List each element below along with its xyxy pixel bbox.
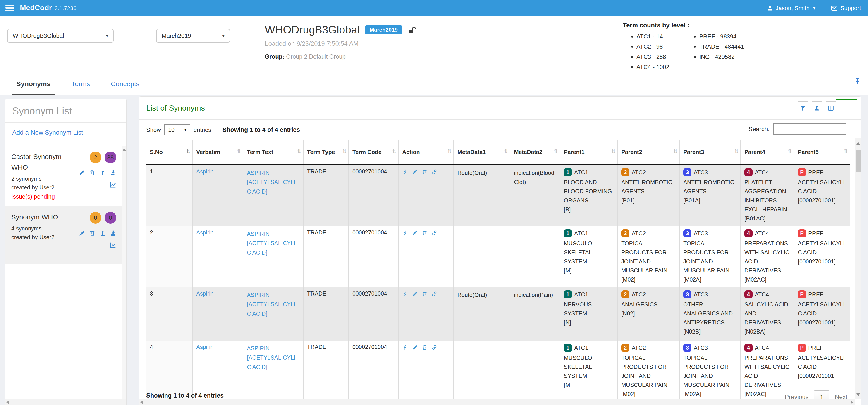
column-header-action[interactable]: Action⇅ <box>398 140 454 165</box>
edit-icon[interactable] <box>412 344 418 350</box>
cell-term-code: 00002701004 <box>348 165 398 226</box>
parent-code: [B01] <box>621 196 676 205</box>
scroll-down-arrow[interactable] <box>857 394 860 396</box>
chart-icon[interactable] <box>110 181 116 188</box>
sort-icon: ⇅ <box>611 148 615 154</box>
column-header-term-text[interactable]: Term Text⇅ <box>243 140 303 165</box>
level-label: ATC4 <box>755 169 769 176</box>
link-icon[interactable] <box>431 168 437 175</box>
scroll-left-arrow[interactable] <box>140 401 143 404</box>
column-header-parent4[interactable]: Parent4⇅ <box>741 140 794 165</box>
term-count-item: PREF - 98394 <box>699 33 744 40</box>
tab-terms[interactable]: Terms <box>67 74 95 95</box>
term-text-link[interactable]: ASPIRIN [ACETYLSALICYLIC ACID] <box>247 170 296 195</box>
link-icon[interactable] <box>431 344 437 350</box>
add-synonym-list-link[interactable]: Add a New Synonym List <box>5 123 126 142</box>
user-menu[interactable]: Jason, Smith ▾ <box>767 5 815 12</box>
cell-metadata2: indication(Pain) <box>510 287 560 341</box>
sidebar-hscrollbar[interactable] <box>5 399 126 405</box>
hamburger-menu-icon[interactable] <box>5 4 14 12</box>
download-icon[interactable] <box>110 230 116 236</box>
verbatim-link[interactable]: Aspirin <box>196 168 213 175</box>
column-header-parent1[interactable]: Parent1⇅ <box>560 140 617 165</box>
level-label: PREF <box>808 230 824 237</box>
edit-icon[interactable] <box>79 230 85 236</box>
column-header-s-no[interactable]: S.No⇅ <box>146 140 192 165</box>
link-icon[interactable] <box>431 290 437 297</box>
column-header-parent2[interactable]: Parent2⇅ <box>617 140 679 165</box>
edit-icon[interactable] <box>412 290 418 297</box>
level-label: ATC3 <box>694 345 708 351</box>
bolt-icon[interactable] <box>402 229 408 236</box>
sidebar-scrollbar[interactable] <box>122 146 126 399</box>
cell-parent-atc3: 3ATC3OTHER ANALGESICS AND ANTIPYRETICS[N… <box>679 287 741 341</box>
dictionary-dropdown-value: WHODrugB3Global <box>13 32 64 39</box>
export-button[interactable] <box>812 101 822 114</box>
delete-icon[interactable] <box>89 230 95 236</box>
synonym-list-item[interactable]: Castor Synonym WHO 2 synonyms created by… <box>5 146 126 206</box>
delete-icon[interactable] <box>89 170 95 176</box>
column-header-parent5[interactable]: Parent5⇅ <box>794 140 850 165</box>
pin-icon[interactable] <box>854 76 861 85</box>
column-header-metadata2[interactable]: MetaData2⇅ <box>510 140 560 165</box>
orange-count-badge: 2 <box>90 151 101 163</box>
page-size-select[interactable]: 10▼ <box>164 124 190 135</box>
parent-name: ACETYLSALICYLIC ACID <box>798 239 846 257</box>
column-header-verbatim[interactable]: Verbatim⇅ <box>192 140 243 165</box>
delete-icon[interactable] <box>422 344 428 350</box>
scroll-left-arrow[interactable] <box>6 401 9 404</box>
upload-icon[interactable] <box>100 230 106 236</box>
column-header-term-code[interactable]: Term Code⇅ <box>348 140 398 165</box>
filter-button[interactable] <box>798 101 808 114</box>
scroll-up-arrow[interactable] <box>123 148 126 150</box>
dictionary-dropdown[interactable]: WHODrugB3Global▼ <box>7 29 114 42</box>
cell-parent-atc1: 1ATC1NERVOUS SYSTEM[N] <box>560 287 617 341</box>
verbatim-link[interactable]: Aspirin <box>196 229 213 236</box>
parent-name: TOPICAL PRODUCTS FOR JOINT AND MUSCULAR … <box>683 239 737 275</box>
upload-icon[interactable] <box>100 170 106 176</box>
table-vscrollbar[interactable] <box>855 138 861 399</box>
download-icon[interactable] <box>110 170 116 176</box>
columns-button[interactable] <box>826 101 836 114</box>
verbatim-link[interactable]: Aspirin <box>196 344 213 350</box>
term-text-link[interactable]: ASPIRIN [ACETYLSALICYLIC ACID] <box>247 231 296 256</box>
search-input[interactable] <box>773 124 846 135</box>
version-dropdown[interactable]: March2019▼ <box>156 29 230 42</box>
dropdown-arrow-icon: ▼ <box>221 29 225 42</box>
link-icon[interactable] <box>431 229 437 236</box>
scroll-right-arrow[interactable] <box>851 401 853 404</box>
column-header-parent3[interactable]: Parent3⇅ <box>679 140 741 165</box>
edit-icon[interactable] <box>79 170 85 176</box>
level-label: ATC2 <box>632 230 646 237</box>
parent-code: [N02] <box>621 309 676 318</box>
chart-icon[interactable] <box>110 242 116 248</box>
delete-icon[interactable] <box>422 229 428 236</box>
tab-concepts[interactable]: Concepts <box>106 74 144 95</box>
delete-icon[interactable] <box>422 168 428 175</box>
edit-icon[interactable] <box>412 229 418 236</box>
term-text-link[interactable]: ASPIRIN [ACETYLSALICYLIC ACID] <box>247 345 296 370</box>
synonym-list-item[interactable]: Synonym WHO 4 synonyms created by User2 … <box>5 206 126 264</box>
support-link[interactable]: Support <box>831 5 861 12</box>
term-text-link[interactable]: ASPIRIN [ACETYLSALICYLIC ACID] <box>247 292 296 317</box>
table-hscrollbar[interactable] <box>139 399 855 405</box>
bolt-icon[interactable] <box>402 344 408 350</box>
level-label: ATC3 <box>694 291 708 298</box>
scrollbar-thumb[interactable] <box>856 150 861 172</box>
verbatim-link[interactable]: Aspirin <box>196 290 213 297</box>
tab-synonyms[interactable]: Synonyms <box>12 74 55 95</box>
created-by: created by User2 <box>11 233 69 242</box>
column-header-term-type[interactable]: Term Type⇅ <box>303 140 348 165</box>
level-label: PREF <box>808 291 824 298</box>
scroll-up-arrow[interactable] <box>857 142 860 145</box>
delete-icon[interactable] <box>422 290 428 297</box>
edit-icon[interactable] <box>412 168 418 175</box>
parent-code: [00002701001] <box>798 196 846 205</box>
parent-name: ACETYLSALICYLIC ACID <box>798 300 846 318</box>
column-header-metadata1[interactable]: MetaData1⇅ <box>454 140 510 165</box>
footer-showing-text: Showing 1 to 4 of 4 entries <box>146 392 224 399</box>
cell-parent-atc3: 3ATC3TOPICAL PRODUCTS FOR JOINT AND MUSC… <box>679 226 741 287</box>
bolt-icon[interactable] <box>402 168 408 175</box>
bolt-icon[interactable] <box>402 290 408 297</box>
level-badge-pref: P <box>798 290 806 299</box>
